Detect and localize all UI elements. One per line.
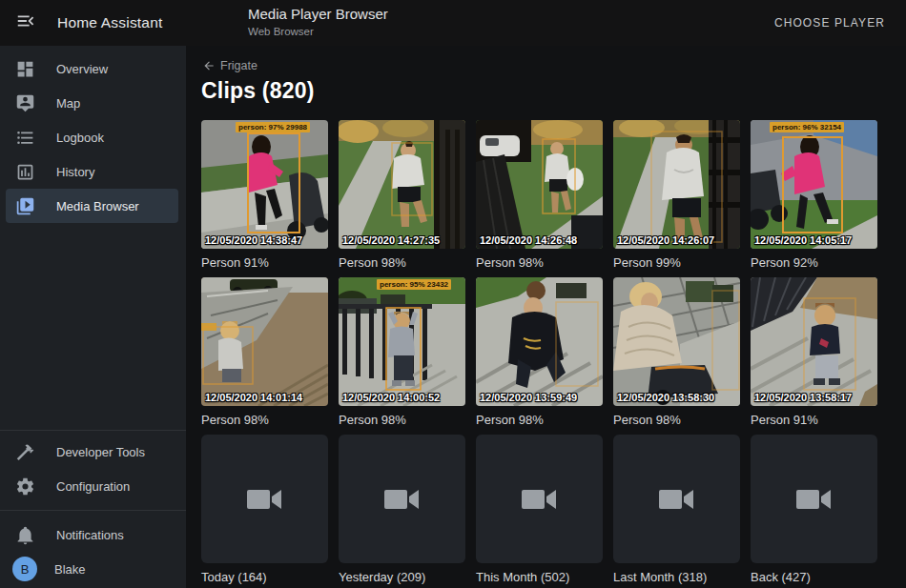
clip-thumbnail: 12/05/2020 13:59:49: [476, 277, 603, 406]
clip-scene: [476, 277, 603, 406]
folder-label: Back (427): [751, 570, 877, 585]
choose-player-button[interactable]: CHOOSE PLAYER: [767, 0, 893, 46]
sidebar-footer: Developer Tools Configuration Notificati…: [0, 430, 186, 588]
sidebar-item-logbook[interactable]: Logbook: [6, 120, 178, 154]
clip-timestamp: 12/05/2020 14:01:14: [205, 392, 302, 403]
clip-timestamp: 12/05/2020 14:05:17: [754, 234, 852, 246]
video-camera-icon: [658, 486, 696, 513]
clip-card[interactable]: 12/05/2020 14:01:14 Person 98%: [201, 277, 328, 428]
folder-card[interactable]: Today (164): [201, 435, 328, 585]
sidebar-item-label: History: [56, 165, 94, 179]
sidebar: Overview Map Logbook History Media Brows…: [0, 46, 186, 588]
clip-caption: Person 99%: [613, 255, 740, 271]
clip-thumbnail: 12/05/2020 13:58:17: [751, 277, 877, 406]
clip-scene: [751, 277, 877, 406]
clip-card[interactable]: person: 95% 23432 12/05/2020 14:00:52 Pe…: [339, 277, 465, 428]
user-name: Blake: [54, 562, 86, 577]
clip-timestamp: 12/05/2020 13:58:17: [754, 392, 852, 403]
sidebar-item-media-browser[interactable]: Media Browser: [6, 189, 178, 223]
breadcrumb-back[interactable]: Frigate: [202, 59, 257, 72]
clip-thumbnail: person: 96% 32154 12/05/2020 14:05:17: [751, 120, 877, 249]
sidebar-item-label: Media Browser: [56, 199, 139, 213]
clip-thumbnail: person: 95% 23432 12/05/2020 14:00:52: [339, 277, 465, 406]
clip-scene: [751, 120, 877, 249]
video-camera-icon: [246, 486, 284, 513]
play-box-multiple-icon: [13, 194, 36, 217]
back-arrow-icon: [202, 59, 216, 72]
folder-label: Last Month (318): [613, 570, 740, 585]
clip-card[interactable]: 12/05/2020 14:26:48 Person 98%: [476, 120, 603, 271]
avatar: B: [12, 557, 37, 581]
clip-caption: Person 98%: [201, 413, 328, 428]
sidebar-item-overview[interactable]: Overview: [6, 51, 178, 86]
clip-scene: [339, 120, 465, 249]
chart-box-icon: [13, 160, 36, 183]
avatar-initial: B: [12, 557, 37, 581]
media-browser-content: Frigate Clips (820) person: 97% 29988 12…: [186, 46, 906, 588]
page-title-block: Media Player Browser Web Browser: [248, 6, 388, 38]
clip-card[interactable]: 12/05/2020 13:58:30 Person 98%: [613, 277, 740, 428]
clip-timestamp: 12/05/2020 14:27:35: [342, 234, 440, 246]
sidebar-item-configuration[interactable]: Configuration: [6, 469, 178, 503]
breadcrumb-label: Frigate: [220, 59, 257, 72]
clip-scene: [613, 120, 740, 249]
clip-timestamp: 12/05/2020 14:26:07: [617, 234, 714, 246]
clip-card[interactable]: 12/05/2020 13:59:49 Person 98%: [476, 277, 603, 428]
clip-caption: Person 98%: [613, 413, 740, 428]
clips-grid: person: 97% 29988 12/05/2020 14:38:47 Pe…: [201, 120, 906, 585]
clip-caption: Person 91%: [751, 413, 877, 428]
detection-label: person: 95% 23432: [377, 279, 451, 290]
clip-timestamp: 12/05/2020 13:58:30: [617, 392, 714, 403]
hammer-icon: [13, 440, 36, 463]
clip-caption: Person 98%: [476, 255, 603, 271]
folder-card[interactable]: Last Month (318): [613, 435, 740, 585]
app-title: Home Assistant: [57, 14, 162, 31]
clip-thumbnail: 12/05/2020 14:27:35: [339, 120, 465, 249]
sidebar-item-label: Map: [56, 96, 80, 111]
clip-caption: Person 91%: [201, 255, 328, 271]
folder-label: Yesterday (209): [339, 570, 465, 585]
clip-scene: [201, 120, 328, 249]
clip-scene: [339, 277, 465, 406]
clip-thumbnail: 12/05/2020 14:26:48: [476, 120, 603, 249]
sidebar-item-notifications[interactable]: Notifications: [6, 517, 178, 552]
sidebar-item-map[interactable]: Map: [6, 86, 178, 120]
page-heading: Clips (820): [201, 78, 906, 104]
clip-thumbnail: 12/05/2020 14:26:07: [613, 120, 740, 249]
clip-card[interactable]: person: 96% 32154 12/05/2020 14:05:17 Pe…: [751, 120, 877, 271]
page-title: Media Player Browser: [248, 6, 388, 24]
sidebar-item-history[interactable]: History: [6, 154, 178, 189]
sidebar-item-developer-tools[interactable]: Developer Tools: [6, 435, 178, 469]
folder-label: Today (164): [201, 570, 328, 585]
clip-thumbnail: 12/05/2020 13:58:30: [613, 277, 740, 406]
sidebar-divider: [0, 430, 186, 431]
video-camera-icon: [383, 486, 422, 513]
sidebar-divider: [0, 510, 186, 511]
detection-label: person: 96% 32154: [770, 122, 844, 132]
clip-card[interactable]: person: 97% 29988 12/05/2020 14:38:47 Pe…: [201, 120, 328, 271]
sidebar-item-label: Overview: [56, 62, 108, 76]
folder-card[interactable]: Back (427): [751, 435, 877, 585]
clip-timestamp: 12/05/2020 14:26:48: [480, 234, 577, 246]
clip-scene: [613, 277, 740, 406]
page-subtitle: Web Browser: [248, 25, 388, 38]
clip-card[interactable]: 12/05/2020 13:58:17 Person 91%: [751, 277, 877, 428]
sidebar-toggle-button[interactable]: [13, 10, 38, 35]
clip-card[interactable]: 12/05/2020 14:27:35 Person 98%: [339, 120, 465, 271]
video-camera-icon: [521, 486, 559, 513]
detection-label: person: 97% 29988: [236, 122, 310, 132]
clip-scene: [476, 120, 603, 249]
clip-caption: Person 98%: [339, 255, 465, 271]
clip-card[interactable]: 12/05/2020 14:26:07 Person 99%: [613, 120, 740, 271]
folder-thumbnail: [201, 435, 328, 563]
sidebar-item-profile[interactable]: B Blake: [6, 552, 178, 586]
view-dashboard-icon: [13, 57, 36, 80]
clip-scene: [201, 277, 328, 406]
folder-card[interactable]: This Month (502): [476, 435, 603, 585]
folder-card[interactable]: Yesterday (209): [339, 435, 465, 585]
app-bar: Home Assistant Media Player Browser Web …: [0, 0, 906, 46]
clip-caption: Person 92%: [751, 255, 877, 271]
clip-timestamp: 12/05/2020 13:59:49: [480, 392, 577, 403]
bell-icon: [13, 523, 36, 546]
folder-label: This Month (502): [476, 570, 603, 585]
